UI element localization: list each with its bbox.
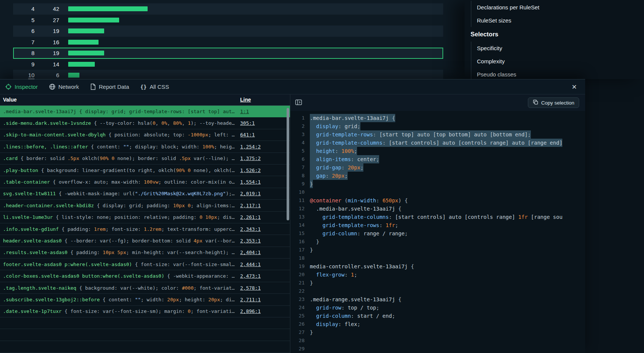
ruleset-value: .play-button { background: linear-gradie…	[3, 168, 237, 173]
code-line: 16 }	[290, 238, 585, 246]
line-number: 8	[294, 172, 310, 180]
ruleset-table-header: Value Line	[0, 94, 290, 106]
code-line: 27}	[290, 328, 585, 337]
count-bar	[68, 6, 148, 11]
tab-inspector[interactable]: Inspector	[5, 84, 38, 90]
line-link[interactable]: 2,117:1	[240, 203, 261, 208]
code-line: 22	[290, 287, 585, 295]
ruleset-table-row[interactable]: header.svelte-asdas0 { --border: var(--f…	[0, 235, 290, 247]
tab-all-css[interactable]: {} All CSS	[140, 84, 169, 90]
ruleset-table-row[interactable]: .results.svelte-asdas0 { padding: 10px 5…	[0, 247, 290, 259]
code-line: 24 grid-row: top / top;	[290, 304, 585, 312]
line-cell: 2,444:1	[240, 262, 261, 267]
line-link[interactable]: 2,896:1	[240, 308, 261, 314]
line-link[interactable]: 2,404:1	[240, 250, 261, 255]
line-link[interactable]: 1,526:2	[240, 168, 261, 173]
count-bar	[68, 18, 119, 22]
line-number: 7	[294, 163, 310, 172]
code-text: height: 100%;	[310, 147, 357, 155]
ruleset-value: .date.svelte-1p7tuxr { font-size: var(--…	[3, 308, 237, 314]
copy-label: Copy selection	[541, 100, 574, 106]
tab-network[interactable]: Network	[49, 84, 79, 90]
sidebar-item[interactable]: Specificity	[471, 42, 644, 55]
ruleset-table-row[interactable]: footer.svelte-asdas0 p:where(.svelte-asd…	[0, 259, 290, 270]
ruleset-table-row[interactable]: .card { border: solid .5px oklch(90% 0 n…	[0, 153, 290, 165]
line-number: 23	[294, 295, 310, 304]
sidebar-item[interactable]: Pseudo classes	[471, 68, 644, 79]
line-link[interactable]: 2,343:1	[240, 226, 261, 232]
line-link[interactable]: 1,254:2	[240, 144, 261, 150]
ruleset-table-row[interactable]: .play-button { background: linear-gradie…	[0, 165, 290, 176]
chart-row[interactable]: 619	[13, 25, 443, 37]
line-link[interactable]: 2,019:1	[240, 191, 261, 196]
code-text: .media-bar.svelte-13aai7j {	[310, 205, 401, 213]
ruleset-value: .lines::before, .lines::after { content:…	[3, 144, 237, 150]
sidebar-item[interactable]: RuleSet sizes	[471, 14, 644, 27]
chart-row[interactable]: 106	[13, 70, 443, 79]
ruleset-table-row[interactable]: .tag.length.svelte-naikeq { background: …	[0, 282, 290, 294]
close-inspector-button[interactable]: ✕	[572, 83, 577, 91]
ruleset-table-row[interactable]: .skip-to-main-content.svelte-dbylqh { po…	[0, 129, 290, 141]
ruleset-table-row[interactable]: .color-boxes.svelte-asdas0 button:where(…	[0, 270, 290, 282]
sidebar-item[interactable]: Declarations per RuleSet	[471, 1, 644, 14]
line-link[interactable]: 641:1	[240, 132, 255, 138]
line-column-header[interactable]: Line	[240, 97, 251, 103]
braces-icon: {}	[140, 84, 147, 90]
code-text: gap: 20px;	[310, 172, 348, 180]
code-pane[interactable]: Copy selection 1.media-bar.svelte-13aai7…	[290, 94, 585, 353]
code-line: 13 grid-template-columns: [start control…	[290, 213, 585, 221]
line-link[interactable]: 305:1	[240, 120, 255, 126]
line-link[interactable]: 2,353:1	[240, 238, 261, 244]
code-line: 6 align-items: center;	[290, 155, 585, 163]
chart-row[interactable]: 442	[13, 3, 443, 15]
line-cell: 1,254:2	[240, 144, 261, 150]
chart-row[interactable]: 527	[13, 15, 443, 26]
line-number: 5	[294, 147, 310, 155]
ruleset-table-row[interactable]	[0, 341, 290, 353]
line-link[interactable]: 2,444:1	[240, 262, 261, 267]
ruleset-table-row[interactable]: svg.svelte-1tw8111 { -webkit-mask-image:…	[0, 188, 290, 200]
copy-selection-button[interactable]: Copy selection	[528, 97, 579, 108]
line-link[interactable]: 1:1	[240, 109, 249, 114]
chart-row[interactable]: 819	[13, 48, 443, 59]
line-cell: 2,473:1	[240, 273, 261, 279]
line-link[interactable]: 1,375:2	[240, 156, 261, 161]
ruleset-table-row[interactable]	[0, 329, 290, 341]
ruleset-count-label: 27	[34, 17, 59, 23]
line-number: 21	[294, 279, 310, 287]
line-link[interactable]: 1,554:1	[240, 179, 261, 185]
ruleset-table-row[interactable]: .subscribe.svelte-13gboj2::before { cont…	[0, 294, 290, 305]
tab-report-data[interactable]: Report Data	[90, 84, 129, 90]
code-line: 3 grid-template-rows: [start top] auto […	[290, 130, 585, 139]
chart-row[interactable]: 716	[13, 37, 443, 48]
ruleset-table-row[interactable]: .media-bar.svelte-13aai7j { display: gri…	[0, 106, 290, 117]
ruleset-table-row[interactable]: .info.svelte-gd1unf { padding: 1rem; fon…	[0, 223, 290, 235]
table-scrollbar-thumb[interactable]	[287, 108, 289, 220]
line-number: 10	[294, 188, 310, 196]
ruleset-table-row[interactable]: .side-menu.dark.svelte-1vsndze { --toy-c…	[0, 117, 290, 129]
ruleset-table-row[interactable]: .table-container { overflow-x: auto; max…	[0, 176, 290, 188]
chart-row[interactable]: 914	[13, 59, 443, 70]
code-line: 25 grid-column: start / end;	[290, 312, 585, 320]
ruleset-table-row[interactable]: li.svelte-1ume3ur { list-style: none; po…	[0, 212, 290, 223]
line-cell: 641:1	[240, 132, 255, 138]
code-text: grid-template-rows: 1fr;	[310, 221, 398, 229]
sidebar-link-group: SpecificityComplexityPseudo classes	[471, 42, 644, 79]
sidebar-item[interactable]: Complexity	[471, 55, 644, 68]
line-number: 19	[294, 262, 310, 271]
line-link[interactable]: 2,261:1	[240, 214, 261, 220]
ruleset-table-row[interactable]: .date.svelte-1p7tuxr { font-size: var(--…	[0, 306, 290, 317]
count-bar	[68, 28, 104, 33]
ruleset-table-row[interactable]: .lines::before, .lines::after { content:…	[0, 141, 290, 153]
line-link[interactable]: 2,578:1	[240, 285, 261, 291]
count-bar	[68, 73, 79, 78]
line-link[interactable]: 2,711:1	[240, 297, 261, 302]
value-column-header[interactable]: Value	[3, 97, 17, 103]
sidebar-section-header[interactable]: Selectors	[465, 27, 644, 42]
line-link[interactable]: 2,473:1	[240, 273, 261, 279]
code-line: 19media-controller.svelte-13aai7j {	[290, 262, 585, 271]
line-cell: 2,343:1	[240, 226, 261, 232]
ruleset-table-row[interactable]: .header-container.svelte-kbdi8z { displa…	[0, 200, 290, 211]
toggle-panel-icon[interactable]	[295, 99, 302, 105]
ruleset-table-row[interactable]	[0, 317, 290, 329]
